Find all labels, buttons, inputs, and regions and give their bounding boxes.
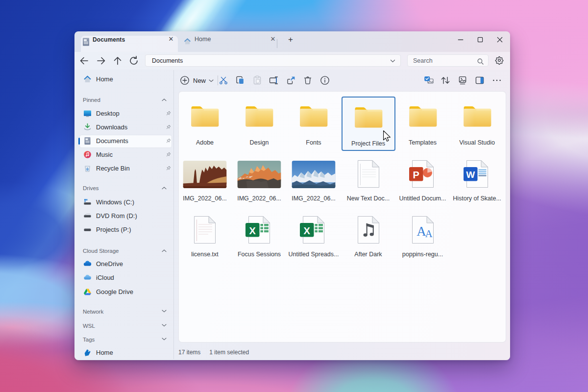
svg-text:X: X	[304, 225, 311, 236]
svg-text:W: W	[466, 170, 475, 180]
svg-text:A: A	[425, 228, 433, 240]
svg-text:P: P	[413, 170, 419, 180]
svg-text:X: X	[249, 225, 256, 236]
